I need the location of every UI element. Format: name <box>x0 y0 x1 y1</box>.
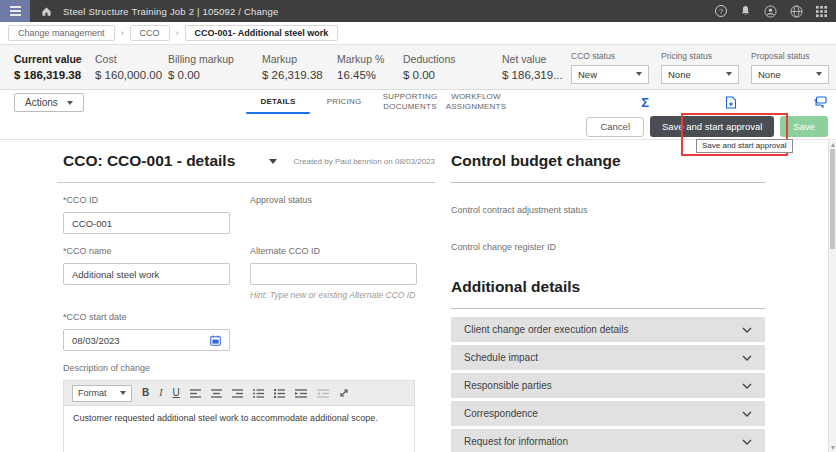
additional-details-accordion: Client change order execution details Sc… <box>451 317 765 452</box>
approval-status-field-group: Approval status <box>250 183 417 234</box>
metric-markup-percent: Markup % 16.45% <box>337 53 403 81</box>
home-icon[interactable] <box>41 6 52 17</box>
control-budget-panel: Control budget change Control contract a… <box>451 152 765 452</box>
chevron-down-icon <box>742 327 752 333</box>
top-bar: Steel Structure Training Job 2 | 105092 … <box>0 0 836 22</box>
pricing-status-group: Pricing status None <box>661 51 739 84</box>
cco-id-input[interactable] <box>63 212 230 234</box>
summary-bar: Current value $ 186,319.38 Cost $ 160,00… <box>0 45 836 90</box>
control-budget-title: Control budget change <box>451 152 765 170</box>
divider <box>451 308 765 309</box>
tab-details[interactable]: DETAILS <box>245 90 311 114</box>
breadcrumb: Change management CCO CCO-001- Additiona… <box>0 22 836 45</box>
sigma-totals-icon[interactable]: Σ <box>641 95 649 110</box>
metric-deductions: Deductions $ 0.00 <box>403 53 502 81</box>
chevron-down-icon <box>742 439 752 445</box>
details-panel-title: CCO: CCO-001 - details <box>63 152 235 170</box>
tab-supporting-documents[interactable]: SUPPORTING DOCUMENTS <box>377 90 443 114</box>
scrollbar-thumb[interactable] <box>830 149 835 249</box>
indent-icon[interactable] <box>295 389 307 398</box>
cco-id-label: *CCO ID <box>63 195 230 205</box>
align-right-icon[interactable] <box>232 389 243 398</box>
description-field-group: Description of change Format B I U <box>63 351 417 452</box>
tab-workflow-assignments[interactable]: WORKFLOW ASSIGNMENTS <box>443 90 509 114</box>
toolbar-row: Actions DETAILS PRICING SUPPORTING DOCUM… <box>0 90 836 114</box>
description-textarea[interactable]: Customer requested additional steel work… <box>63 406 415 452</box>
tab-pricing[interactable]: PRICING <box>311 90 377 114</box>
align-center-icon[interactable] <box>211 389 222 398</box>
comments-icon[interactable] <box>813 96 827 108</box>
scrollbar-down-arrow[interactable] <box>831 446 835 450</box>
metric-billing-markup: Billing markup $ 0.00 <box>168 53 262 81</box>
cco-start-date-input[interactable]: 08/03/2023 <box>63 329 230 351</box>
chevron-down-icon <box>742 355 752 361</box>
avatar-icon[interactable] <box>764 5 777 18</box>
description-label: Description of change <box>63 363 417 373</box>
metric-markup: Markup $ 26,319.38 <box>262 53 337 81</box>
add-document-icon[interactable] <box>725 96 737 109</box>
cco-details-panel: CCO: CCO-001 - details Created by Paul b… <box>57 152 435 452</box>
breadcrumb-current-page[interactable]: CCO-001- Additional steel work <box>185 25 339 41</box>
expand-editor-icon[interactable] <box>339 388 349 398</box>
control-change-register-id-label: Control change register ID <box>451 242 765 252</box>
italic-icon[interactable]: I <box>159 388 162 398</box>
created-by-text: Created by Paul bennion on 08/03/2023 <box>294 157 435 166</box>
rich-text-editor: Format B I U <box>63 380 415 452</box>
align-left-icon[interactable] <box>190 389 201 398</box>
save-and-start-approval-button[interactable]: Save and start approval <box>650 116 774 137</box>
help-icon[interactable]: ? <box>715 5 727 17</box>
cco-start-date-label: *CCO start date <box>63 312 230 322</box>
chevron-down-icon <box>636 72 642 76</box>
cancel-button[interactable]: Cancel <box>586 117 644 137</box>
globe-icon[interactable] <box>790 5 803 18</box>
vertical-scrollbar[interactable] <box>828 141 836 452</box>
accordion-responsible-parties[interactable]: Responsible parties <box>451 373 765 398</box>
cco-start-date-field-group: *CCO start date 08/03/2023 <box>63 300 230 351</box>
alternate-cco-id-input[interactable] <box>250 263 417 285</box>
actions-button[interactable]: Actions <box>14 93 84 112</box>
details-header-dropdown-icon[interactable] <box>269 159 277 164</box>
chevron-down-icon <box>742 383 752 389</box>
hamburger-menu-icon[interactable] <box>0 0 30 22</box>
cco-name-input[interactable] <box>63 263 230 285</box>
numbered-list-icon[interactable] <box>274 389 285 398</box>
alternate-cco-id-field-group: Alternate CCO ID Hint: Type new or exist… <box>250 234 417 300</box>
format-dropdown[interactable]: Format <box>72 385 132 402</box>
calendar-icon[interactable] <box>210 335 221 346</box>
alternate-cco-id-label: Alternate CCO ID <box>250 246 417 256</box>
editor-toolbar: Format B I U <box>63 380 415 406</box>
accordion-client-change-order-execution-details[interactable]: Client change order execution details <box>451 317 765 342</box>
scrollbar-up-arrow[interactable] <box>831 143 835 147</box>
save-button[interactable]: Save <box>780 116 828 137</box>
accordion-schedule-impact[interactable]: Schedule impact <box>451 345 765 370</box>
save-and-start-approval-tooltip: Save and start approval <box>696 139 793 153</box>
cco-id-field-group: *CCO ID <box>63 183 230 234</box>
outdent-icon[interactable] <box>317 389 329 398</box>
bullet-list-icon[interactable] <box>253 389 264 398</box>
cco-status-group: CCO status New <box>571 51 649 84</box>
breadcrumb-change-management[interactable]: Change management <box>8 25 115 41</box>
divider <box>451 182 765 183</box>
pricing-status-dropdown[interactable]: None <box>661 65 739 84</box>
tab-bar: DETAILS PRICING SUPPORTING DOCUMENTS WOR… <box>245 90 509 114</box>
breadcrumb-cco[interactable]: CCO <box>130 25 170 41</box>
proposal-status-dropdown[interactable]: None <box>751 65 829 84</box>
notifications-icon[interactable] <box>740 5 751 17</box>
approval-status-label: Approval status <box>250 195 417 205</box>
chevron-down-icon <box>816 72 822 76</box>
chevron-down-icon <box>726 72 732 76</box>
chevron-down-icon <box>742 411 752 417</box>
accordion-correspondence[interactable]: Correspondence <box>451 401 765 426</box>
metric-cost: Cost $ 160,000.00 <box>95 53 168 81</box>
chevron-down-icon <box>120 391 126 395</box>
cco-status-dropdown[interactable]: New <box>571 65 649 84</box>
metric-current-value: Current value $ 186,319.38 <box>14 53 95 81</box>
cco-name-label: *CCO name <box>63 246 230 256</box>
accordion-request-for-information[interactable]: Request for information <box>451 429 765 452</box>
metric-net-value: Net value $ 186,319... <box>502 53 559 81</box>
cco-name-field-group: *CCO name <box>63 234 230 300</box>
apps-grid-icon[interactable] <box>816 6 827 17</box>
proposal-status-group: Proposal status None <box>751 51 829 84</box>
bold-icon[interactable]: B <box>142 388 149 398</box>
underline-icon[interactable]: U <box>173 388 180 398</box>
